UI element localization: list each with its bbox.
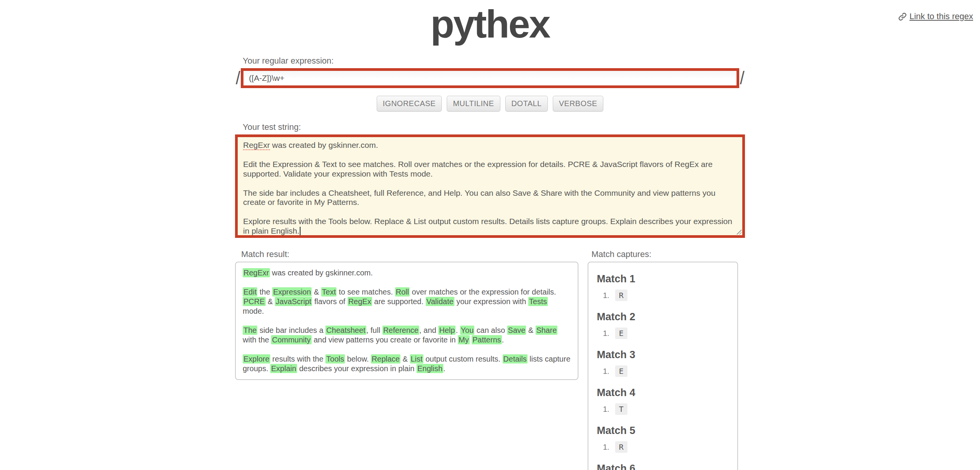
match-captures-box: Match 11.RMatch 21.EMatch 31.EMatch 41.T… (588, 262, 738, 470)
plain-text: with the (243, 336, 271, 344)
capture-block: Match 11.R (597, 273, 729, 301)
plain-text: over matches or the expression for detai… (410, 288, 556, 296)
matched-text: Tests (528, 297, 548, 306)
matched-text: Expression (272, 287, 312, 296)
plain-text: output custom results. (423, 355, 503, 363)
plain-text: can also (474, 326, 507, 334)
capture-group-number: 1. (603, 291, 609, 300)
matched-text: You (460, 326, 475, 335)
matched-text: RegEx (348, 297, 372, 306)
capture-group-number: 1. (603, 443, 609, 452)
matched-text: JavaScript (275, 297, 312, 306)
plain-text: & (266, 297, 275, 306)
test-text-segment: Edit the Expression & Text to see matche… (243, 160, 712, 178)
regex-row: / / (235, 68, 745, 88)
matched-text: Roll (395, 287, 410, 296)
capture-group-number: 1. (603, 329, 609, 338)
matched-text: PCRE (243, 297, 266, 306)
test-text-segment: Explore results with the Tools below. Re… (243, 217, 732, 235)
matched-text: Edit (243, 287, 257, 296)
test-string-textarea[interactable]: RegExr was created by gskinner.com.Edit … (235, 134, 745, 238)
flag-button-verbose[interactable]: VERBOSE (553, 96, 603, 111)
plain-text: the (257, 288, 272, 296)
match-result-paragraph: The side bar includes a Cheatsheet, full… (243, 326, 571, 345)
matched-text: Tools (325, 354, 345, 364)
capture-block: Match 41.T (597, 387, 729, 415)
matched-text: Help (438, 326, 456, 335)
capture-match-title: Match 1 (597, 273, 729, 285)
capture-group-number: 1. (603, 405, 609, 414)
link-to-regex-label: Link to this regex (910, 11, 973, 21)
matched-text: Details (503, 354, 528, 364)
matched-text: The (243, 326, 257, 335)
capture-match-title: Match 4 (597, 387, 729, 399)
matched-text: Replace (371, 354, 400, 364)
capture-group-row: 1.E (603, 328, 729, 339)
plain-text: to see matches. (336, 288, 395, 296)
capture-group-row: 1.E (603, 365, 729, 377)
match-result-column: Match result: RegExr was created by gski… (235, 249, 578, 380)
capture-group-number: 1. (603, 367, 609, 376)
matched-text: Share (536, 326, 557, 335)
app-title: pythex (0, 0, 980, 46)
test-text-segment: was created by gskinner.com. (270, 141, 378, 149)
plain-text: , and (419, 326, 438, 334)
test-string-paragraph: Explore results with the Tools below. Re… (243, 217, 737, 236)
match-captures-column: Match captures: Match 11.RMatch 21.EMatc… (588, 249, 738, 470)
matched-text: Explain (270, 364, 297, 373)
test-string-label: Your test string: (243, 122, 745, 132)
link-to-this-regex[interactable]: Link to this regex (898, 11, 973, 21)
capture-match-title: Match 6 (597, 463, 729, 470)
plain-text: . (502, 336, 504, 344)
regex-input[interactable] (243, 71, 736, 85)
capture-block: Match 31.E (597, 349, 729, 377)
matched-text: Reference (382, 326, 419, 335)
match-result-box: RegExr was created by gskinner.com.Edit … (235, 262, 578, 380)
matched-text: English (416, 364, 443, 373)
flag-button-dotall[interactable]: DOTALL (505, 96, 548, 111)
plain-text: & (526, 326, 535, 334)
capture-group-value: E (615, 365, 627, 377)
plain-text: flavors of (312, 297, 347, 306)
misspelled-word: RegExr (243, 141, 270, 150)
test-string-paragraph: Edit the Expression & Text to see matche… (243, 160, 737, 179)
regex-label: Your regular expression: (243, 56, 745, 66)
matched-text: Text (321, 287, 337, 296)
capture-match-title: Match 3 (597, 349, 729, 361)
test-string-paragraph: The side bar includes a Cheatsheet, full… (243, 188, 737, 208)
capture-block: Match 21.E (597, 311, 729, 339)
capture-group-value: R (615, 290, 627, 301)
capture-match-title: Match 5 (597, 425, 729, 437)
match-result-paragraph: Explore results with the Tools below. Re… (243, 354, 571, 373)
matched-text: Patterns (472, 335, 501, 344)
flag-button-multiline[interactable]: MULTILINE (447, 96, 500, 111)
plain-text: below. (345, 355, 371, 363)
matched-text: Community (271, 335, 311, 344)
test-string-paragraph: RegExr was created by gskinner.com. (243, 141, 737, 150)
plain-text: . (443, 364, 446, 373)
capture-group-row: 1.R (603, 290, 729, 301)
matched-text: Validate (426, 297, 454, 306)
matched-text: Save (507, 326, 526, 335)
plain-text: are supported. (372, 297, 426, 306)
match-result-paragraph: RegExr was created by gskinner.com. (243, 268, 571, 278)
capture-group-value: T (615, 403, 627, 415)
regex-input-highlight-frame (241, 68, 739, 88)
match-result-paragraph: Edit the Expression & Text to see matche… (243, 287, 571, 316)
plain-text: mode. (243, 307, 264, 315)
plain-text: and view patterns you create or favorite… (312, 336, 458, 344)
plain-text: results with the (270, 355, 326, 363)
plain-text: describes your expression in plain (297, 364, 416, 373)
plain-text: side bar includes a (257, 326, 325, 334)
plain-text: your expression with (454, 297, 528, 306)
matched-text: Explore (243, 354, 270, 364)
regex-delimiter-right: / (739, 69, 745, 87)
capture-group-value: R (615, 441, 627, 453)
capture-group-row: 1.R (603, 441, 729, 453)
regex-flags-row: IGNORECASEMULTILINEDOTALLVERBOSE (235, 96, 745, 111)
flag-button-ignorecase[interactable]: IGNORECASE (377, 96, 442, 111)
plain-text: . (456, 326, 460, 334)
pythex-page: pythex Link to this regex Your regular e… (0, 0, 980, 470)
matched-text: RegExr (243, 268, 270, 277)
capture-block: Match 51.R (597, 425, 729, 453)
